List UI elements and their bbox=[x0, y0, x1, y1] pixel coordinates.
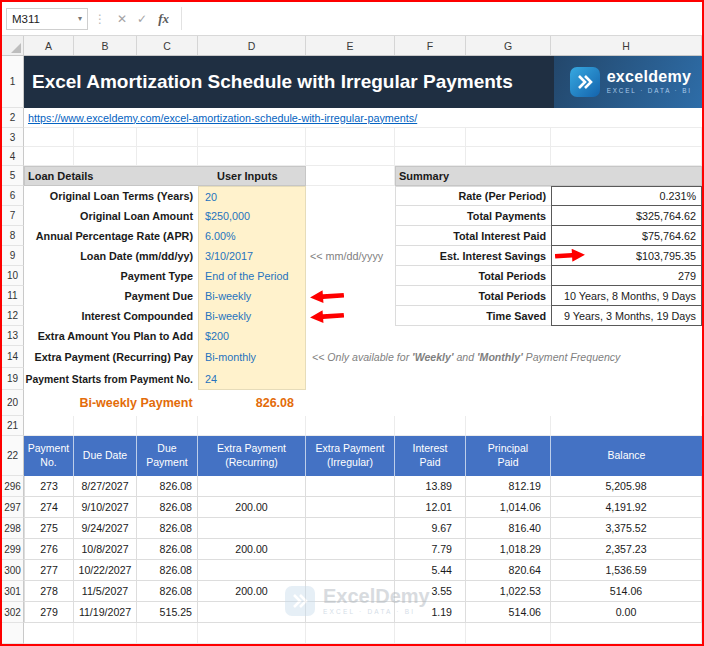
col-header-interest-paid[interactable]: Interest Paid bbox=[395, 436, 466, 476]
row-header-20[interactable]: 20 bbox=[2, 390, 24, 416]
biweekly-payment-label[interactable]: Bi-weekly Payment bbox=[74, 390, 198, 416]
cell-principal-paid[interactable]: 1,022.53 bbox=[466, 581, 551, 602]
cell-principal-paid[interactable]: 1,018.29 bbox=[466, 539, 551, 560]
cell-interest-paid[interactable]: 12.01 bbox=[395, 497, 466, 518]
empty-cell[interactable] bbox=[551, 147, 702, 166]
cell-payment-no[interactable]: 277 bbox=[24, 560, 74, 581]
cell-payment-no[interactable]: 273 bbox=[24, 476, 74, 497]
empty-cell[interactable] bbox=[198, 147, 306, 166]
row-header-11[interactable]: 11 bbox=[2, 286, 24, 306]
cell-due-date[interactable]: 8/27/2027 bbox=[74, 476, 137, 497]
loan-label-payment-starts[interactable]: Payment Starts from Payment No. bbox=[24, 368, 198, 390]
col-header-extra-recurring[interactable]: Extra Payment (Recurring) bbox=[198, 436, 306, 476]
empty-cell[interactable] bbox=[466, 326, 551, 346]
empty-cell[interactable] bbox=[466, 623, 551, 644]
cell-interest-paid[interactable]: 9.67 bbox=[395, 518, 466, 539]
empty-cell[interactable] bbox=[551, 416, 702, 436]
empty-cell[interactable] bbox=[551, 623, 702, 644]
col-header-payment-no[interactable]: Payment No. bbox=[24, 436, 74, 476]
name-box-dropdown-icon[interactable]: ▾ bbox=[78, 14, 82, 23]
loan-label-extra-recurring[interactable]: Extra Payment (Recurring) Pay bbox=[24, 346, 198, 368]
cell-extra-irregular[interactable] bbox=[306, 518, 395, 539]
summary-value-rate[interactable]: 0.231% bbox=[551, 186, 702, 206]
cell-interest-paid[interactable]: 7.79 bbox=[395, 539, 466, 560]
row-header-300[interactable]: 300 bbox=[2, 560, 24, 581]
summary-label-time-saved[interactable]: Time Saved bbox=[395, 306, 551, 326]
summary-label-total-payments[interactable]: Total Payments bbox=[395, 206, 551, 226]
empty-cell[interactable] bbox=[551, 368, 702, 390]
col-header-due-date[interactable]: Due Date bbox=[74, 436, 137, 476]
empty-cell[interactable] bbox=[395, 368, 466, 390]
empty-cell[interactable] bbox=[24, 390, 74, 416]
row-header-12[interactable]: 12 bbox=[2, 306, 24, 326]
empty-cell[interactable] bbox=[551, 326, 702, 346]
empty-cell[interactable] bbox=[395, 390, 466, 416]
cell-due-payment[interactable]: 826.08 bbox=[137, 539, 198, 560]
empty-cell[interactable] bbox=[466, 368, 551, 390]
row-header-4[interactable]: 4 bbox=[2, 147, 24, 166]
empty-cell[interactable] bbox=[306, 326, 395, 346]
row-header-21[interactable]: 21 bbox=[2, 416, 24, 436]
cell-extra-recurring[interactable] bbox=[198, 476, 306, 497]
loan-input-payment-type[interactable]: End of the Period bbox=[198, 266, 306, 286]
cell-extra-irregular[interactable] bbox=[306, 539, 395, 560]
cell-balance[interactable]: 514.06 bbox=[551, 581, 702, 602]
summary-value-total-periods[interactable]: 279 bbox=[551, 266, 702, 286]
loan-details-header[interactable]: Loan Details User Inputs bbox=[24, 166, 306, 186]
empty-cell[interactable] bbox=[395, 416, 466, 436]
title-banner[interactable]: Excel Amortization Schedule with Irregul… bbox=[24, 56, 702, 108]
empty-cell[interactable] bbox=[198, 128, 306, 147]
empty-cell[interactable] bbox=[137, 623, 198, 644]
cell-extra-recurring[interactable]: 200.00 bbox=[198, 581, 306, 602]
summary-label-rate[interactable]: Rate (Per Period) bbox=[395, 186, 551, 206]
article-hyperlink[interactable]: https://www.exceldemy.com/excel-amortiza… bbox=[24, 112, 417, 124]
empty-cell[interactable] bbox=[306, 206, 395, 226]
payment-due-annotation-cell[interactable] bbox=[306, 286, 395, 306]
cell-due-payment[interactable]: 826.08 bbox=[137, 476, 198, 497]
select-all-corner[interactable] bbox=[2, 36, 24, 55]
formula-input[interactable] bbox=[181, 7, 698, 30]
column-header-e[interactable]: E bbox=[306, 36, 395, 55]
row-header-299[interactable]: 299 bbox=[2, 539, 24, 560]
row-header-296[interactable]: 296 bbox=[2, 476, 24, 497]
summary-value-total-payments[interactable]: $325,764.62 bbox=[551, 206, 702, 226]
col-header-balance[interactable]: Balance bbox=[551, 436, 702, 476]
empty-cell[interactable] bbox=[74, 147, 137, 166]
cell-payment-no[interactable]: 274 bbox=[24, 497, 74, 518]
row-header-2[interactable]: 2 bbox=[2, 108, 24, 128]
empty-cell[interactable] bbox=[306, 390, 395, 416]
empty-cell[interactable] bbox=[306, 147, 395, 166]
cell-due-date[interactable]: 9/24/2027 bbox=[74, 518, 137, 539]
biweekly-payment-value[interactable]: 826.08 bbox=[198, 390, 306, 416]
empty-cell[interactable] bbox=[466, 128, 551, 147]
summary-label-interest-paid[interactable]: Total Interest Paid bbox=[395, 226, 551, 246]
column-header-g[interactable]: G bbox=[466, 36, 551, 55]
cell-due-date[interactable]: 10/22/2027 bbox=[74, 560, 137, 581]
empty-cell[interactable] bbox=[24, 147, 74, 166]
empty-cell[interactable] bbox=[198, 416, 306, 436]
cell-interest-paid[interactable]: 5.44 bbox=[395, 560, 466, 581]
cell-interest-paid[interactable]: 13.89 bbox=[395, 476, 466, 497]
empty-cell[interactable] bbox=[395, 147, 466, 166]
empty-cell[interactable] bbox=[306, 623, 395, 644]
cell-interest-paid[interactable]: 3.55 bbox=[395, 581, 466, 602]
cell-extra-recurring[interactable]: 200.00 bbox=[198, 539, 306, 560]
empty-cell[interactable] bbox=[74, 128, 137, 147]
cell-payment-no[interactable]: 278 bbox=[24, 581, 74, 602]
enter-icon[interactable]: ✓ bbox=[137, 12, 147, 26]
cell-due-payment[interactable]: 826.08 bbox=[137, 497, 198, 518]
loan-label-extra-amount[interactable]: Extra Amount You Plan to Add bbox=[24, 326, 198, 346]
cell-extra-irregular[interactable] bbox=[306, 476, 395, 497]
cell-interest-paid[interactable]: 1.19 bbox=[395, 602, 466, 623]
col-header-principal-paid[interactable]: Principal Paid bbox=[466, 436, 551, 476]
compounded-annotation-cell[interactable] bbox=[306, 306, 395, 326]
summary-value-periods-duration[interactable]: 10 Years, 8 Months, 9 Days bbox=[551, 286, 702, 306]
cell-balance[interactable]: 4,191.92 bbox=[551, 497, 702, 518]
loan-label-compounded[interactable]: Interest Compounded bbox=[24, 306, 198, 326]
loan-input-apr[interactable]: 6.00% bbox=[198, 226, 306, 246]
empty-cell[interactable] bbox=[74, 416, 137, 436]
cell-due-date[interactable]: 10/8/2027 bbox=[74, 539, 137, 560]
loan-label-payment-due[interactable]: Payment Due bbox=[24, 286, 198, 306]
empty-cell[interactable] bbox=[395, 623, 466, 644]
loan-input-terms[interactable]: 20 bbox=[198, 186, 306, 206]
